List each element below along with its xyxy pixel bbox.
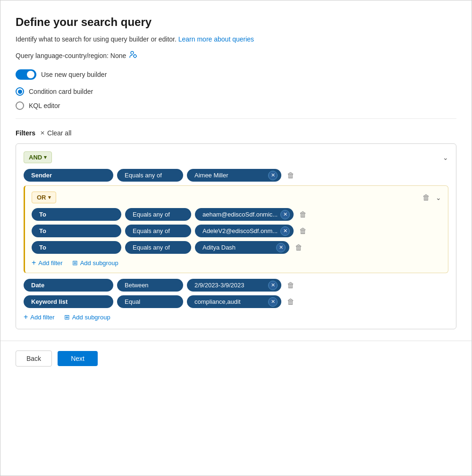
- sender-delete-icon[interactable]: 🗑: [285, 170, 296, 181]
- and-badge[interactable]: AND ▾: [24, 151, 52, 163]
- to-clear-button-1[interactable]: ✕: [280, 210, 290, 219]
- or-subgroup-collapse-icon[interactable]: ⌄: [436, 194, 441, 201]
- to-clear-button-3[interactable]: ✕: [276, 243, 286, 252]
- query-language-row: Query language-country/region: None: [16, 50, 456, 61]
- radio-kql-editor[interactable]: KQL editor: [16, 101, 456, 110]
- keyword-value-wrap: compliance,audit ✕: [187, 295, 281, 308]
- query-builder-container: AND ▾ ⌄ Sender Equals any of Aimee Mille…: [16, 143, 456, 329]
- language-icon[interactable]: [129, 50, 137, 61]
- subgroup-add-row: + Add filter ⊞ Add subgroup: [32, 259, 441, 267]
- to-delete-icon-2[interactable]: 🗑: [297, 226, 309, 236]
- to-operator-1[interactable]: Equals any of: [125, 208, 191, 221]
- clear-all-x-icon: ✕: [40, 130, 45, 136]
- clear-all-button[interactable]: ✕ Clear all: [40, 129, 71, 137]
- sender-field[interactable]: Sender: [24, 169, 113, 182]
- sender-filter-row: Sender Equals any of Aimee Miller ✕ 🗑: [24, 169, 448, 182]
- keyword-clear-button[interactable]: ✕: [268, 297, 278, 307]
- next-button[interactable]: Next: [58, 351, 98, 366]
- toggle-row: Use new query builder: [16, 69, 456, 80]
- keyword-filter-row: Keyword list Equal compliance,audit ✕ 🗑: [24, 295, 448, 308]
- to-field-2[interactable]: To: [32, 225, 121, 237]
- and-group-header: AND ▾ ⌄: [24, 151, 448, 163]
- to-value-wrap-2: AdeleV2@ediscoSdf.onm... ✕: [195, 225, 294, 237]
- to-delete-icon-3[interactable]: 🗑: [293, 242, 304, 253]
- sender-operator[interactable]: Equals any of: [117, 169, 183, 182]
- to-value-1: aeham@ediscoSdf.onmic...: [202, 208, 278, 221]
- page-title: Define your search query: [16, 16, 456, 29]
- back-button[interactable]: Back: [16, 351, 52, 367]
- date-clear-button[interactable]: ✕: [268, 281, 278, 290]
- to-filter-row-1: To Equals any of aeham@ediscoSdf.onmic..…: [32, 208, 441, 221]
- outer-add-row: + Add filter ⊞ Add subgroup: [24, 313, 448, 321]
- sender-clear-button[interactable]: ✕: [268, 171, 278, 180]
- or-chevron-icon: ▾: [48, 194, 51, 200]
- keyword-value: compliance,audit: [194, 295, 265, 308]
- radio-condition-card-circle[interactable]: [16, 87, 24, 96]
- subgroup-add-subgroup-icon: ⊞: [72, 259, 78, 267]
- date-field[interactable]: Date: [24, 279, 113, 292]
- keyword-operator[interactable]: Equal: [117, 295, 183, 308]
- to-delete-icon-1[interactable]: 🗑: [297, 209, 309, 220]
- date-operator[interactable]: Between: [117, 279, 183, 292]
- to-field-3[interactable]: To: [32, 241, 121, 254]
- to-field-1[interactable]: To: [32, 208, 121, 221]
- to-filter-row-3: To Equals any of Aditya Dash ✕ 🗑: [32, 241, 441, 254]
- sender-value: Aimee Miller: [194, 169, 265, 182]
- to-operator-3[interactable]: Equals any of: [125, 241, 191, 254]
- date-value-wrap: 2/9/2023-3/9/2023 ✕: [187, 279, 281, 292]
- and-chevron-icon: ▾: [44, 154, 47, 160]
- footer: Back Next: [0, 341, 472, 376]
- svg-point-0: [131, 51, 134, 54]
- to-value-3: Aditya Dash: [202, 241, 273, 254]
- radio-kql-editor-circle[interactable]: [16, 101, 24, 110]
- sender-value-wrap: Aimee Miller ✕: [187, 169, 281, 182]
- query-builder-toggle[interactable]: [16, 69, 36, 80]
- to-value-wrap-3: Aditya Dash ✕: [195, 241, 289, 254]
- to-clear-button-2[interactable]: ✕: [280, 226, 290, 236]
- outer-add-subgroup-icon: ⊞: [64, 313, 70, 321]
- subgroup-add-subgroup-button[interactable]: ⊞ Add subgroup: [72, 259, 118, 267]
- or-badge[interactable]: OR ▾: [32, 192, 56, 203]
- keyword-field[interactable]: Keyword list: [24, 295, 113, 308]
- to-value-wrap-1: aeham@ediscoSdf.onmic... ✕: [195, 208, 294, 221]
- learn-more-link[interactable]: Learn more about queries: [178, 35, 254, 43]
- outer-add-filter-button[interactable]: + Add filter: [24, 313, 55, 321]
- outer-add-subgroup-button[interactable]: ⊞ Add subgroup: [64, 313, 110, 321]
- filters-row: Filters ✕ Clear all: [16, 126, 456, 137]
- keyword-delete-icon[interactable]: 🗑: [285, 297, 296, 307]
- to-operator-2[interactable]: Equals any of: [125, 225, 191, 237]
- page-subtitle: Identify what to search for using query …: [16, 35, 456, 43]
- or-subgroup-header: OR ▾ 🗑 ⌄: [32, 192, 441, 203]
- date-value: 2/9/2023-3/9/2023: [194, 279, 265, 292]
- outer-add-filter-icon: +: [24, 313, 28, 321]
- date-delete-icon[interactable]: 🗑: [285, 280, 296, 291]
- to-value-2: AdeleV2@ediscoSdf.onm...: [202, 225, 278, 237]
- date-filter-row: Date Between 2/9/2023-3/9/2023 ✕ 🗑: [24, 279, 448, 292]
- radio-condition-card[interactable]: Condition card builder: [16, 87, 456, 96]
- or-subgroup-delete-icon[interactable]: 🗑: [421, 192, 432, 203]
- to-filter-row-2: To Equals any of AdeleV2@ediscoSdf.onm..…: [32, 225, 441, 237]
- subgroup-add-filter-icon: +: [32, 259, 36, 267]
- subgroup-add-filter-button[interactable]: + Add filter: [32, 259, 63, 267]
- and-collapse-icon[interactable]: ⌄: [443, 154, 448, 161]
- or-subgroup: OR ▾ 🗑 ⌄ To Equals any of aeham@ediscoSd…: [24, 185, 448, 273]
